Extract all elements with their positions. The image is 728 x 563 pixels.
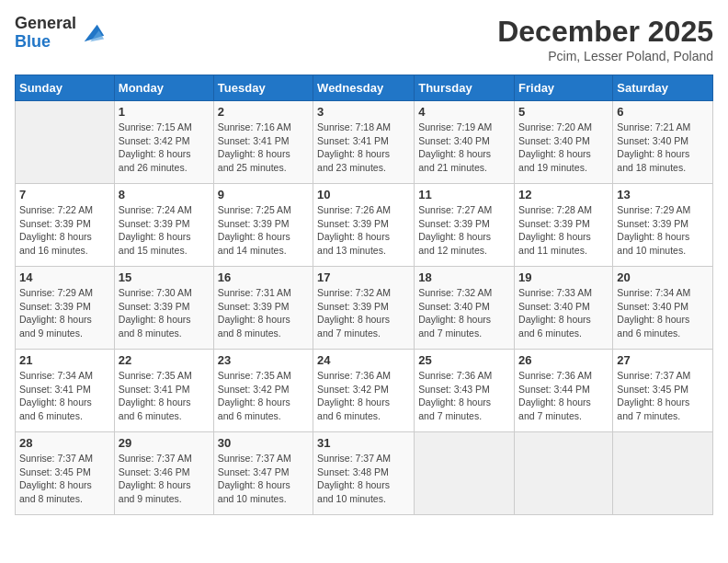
calendar-cell: 8Sunrise: 7:24 AM Sunset: 3:39 PM Daylig… [114, 184, 213, 267]
month-title: December 2025 [497, 15, 713, 49]
day-info: Sunrise: 7:27 AM Sunset: 3:39 PM Dayligh… [418, 203, 510, 258]
day-number: 21 [19, 353, 110, 367]
calendar-cell: 25Sunrise: 7:36 AM Sunset: 3:43 PM Dayli… [415, 350, 515, 432]
day-number: 20 [617, 270, 709, 284]
day-of-week-header: Saturday [613, 75, 713, 101]
day-info: Sunrise: 7:22 AM Sunset: 3:39 PM Dayligh… [19, 203, 110, 258]
day-info: Sunrise: 7:36 AM Sunset: 3:44 PM Dayligh… [518, 369, 609, 423]
logo: General Blue [15, 15, 106, 52]
day-of-week-header: Tuesday [213, 75, 313, 101]
day-info: Sunrise: 7:15 AM Sunset: 3:42 PM Dayligh… [119, 121, 210, 175]
day-info: Sunrise: 7:32 AM Sunset: 3:39 PM Dayligh… [317, 286, 410, 340]
calendar-cell: 9Sunrise: 7:25 AM Sunset: 3:39 PM Daylig… [213, 184, 313, 267]
day-info: Sunrise: 7:16 AM Sunset: 3:41 PM Dayligh… [218, 121, 309, 175]
calendar-week-row: 14Sunrise: 7:29 AM Sunset: 3:39 PM Dayli… [16, 267, 713, 350]
day-of-week-header: Monday [114, 75, 213, 101]
calendar-cell: 18Sunrise: 7:32 AM Sunset: 3:40 PM Dayli… [415, 267, 515, 350]
day-number: 5 [518, 105, 609, 119]
day-number: 9 [218, 188, 309, 201]
day-info: Sunrise: 7:31 AM Sunset: 3:39 PM Dayligh… [218, 286, 309, 340]
day-number: 19 [518, 270, 609, 284]
day-number: 4 [418, 105, 510, 119]
page-header: General Blue December 2025 Pcim, Lesser … [15, 15, 713, 63]
calendar-cell: 20Sunrise: 7:34 AM Sunset: 3:40 PM Dayli… [613, 267, 713, 350]
calendar-cell [16, 101, 115, 184]
calendar-cell: 7Sunrise: 7:22 AM Sunset: 3:39 PM Daylig… [16, 184, 115, 267]
calendar-cell [613, 432, 713, 515]
calendar-cell: 4Sunrise: 7:19 AM Sunset: 3:40 PM Daylig… [415, 101, 515, 184]
day-number: 18 [418, 270, 510, 284]
calendar-week-row: 1Sunrise: 7:15 AM Sunset: 3:42 PM Daylig… [16, 101, 713, 184]
day-number: 29 [119, 436, 210, 450]
day-info: Sunrise: 7:37 AM Sunset: 3:45 PM Dayligh… [617, 369, 709, 423]
calendar-cell: 28Sunrise: 7:37 AM Sunset: 3:45 PM Dayli… [16, 432, 115, 515]
day-number: 16 [218, 270, 309, 284]
calendar-cell: 5Sunrise: 7:20 AM Sunset: 3:40 PM Daylig… [515, 101, 613, 184]
day-number: 28 [19, 436, 110, 450]
calendar-cell: 23Sunrise: 7:35 AM Sunset: 3:42 PM Dayli… [213, 350, 313, 432]
day-info: Sunrise: 7:34 AM Sunset: 3:41 PM Dayligh… [19, 369, 110, 423]
day-info: Sunrise: 7:29 AM Sunset: 3:39 PM Dayligh… [617, 203, 709, 258]
day-info: Sunrise: 7:37 AM Sunset: 3:48 PM Dayligh… [317, 452, 410, 506]
logo-general-text: General [15, 15, 76, 33]
day-info: Sunrise: 7:35 AM Sunset: 3:41 PM Dayligh… [119, 369, 210, 423]
calendar-cell: 13Sunrise: 7:29 AM Sunset: 3:39 PM Dayli… [613, 184, 713, 267]
day-info: Sunrise: 7:37 AM Sunset: 3:46 PM Dayligh… [119, 452, 210, 506]
logo-icon [80, 20, 106, 46]
day-info: Sunrise: 7:18 AM Sunset: 3:41 PM Dayligh… [317, 121, 410, 175]
calendar-cell: 1Sunrise: 7:15 AM Sunset: 3:42 PM Daylig… [114, 101, 213, 184]
calendar-week-row: 28Sunrise: 7:37 AM Sunset: 3:45 PM Dayli… [16, 432, 713, 515]
day-info: Sunrise: 7:36 AM Sunset: 3:42 PM Dayligh… [317, 369, 410, 423]
day-number: 14 [19, 270, 110, 284]
day-number: 15 [119, 270, 210, 284]
day-info: Sunrise: 7:32 AM Sunset: 3:40 PM Dayligh… [418, 286, 510, 340]
calendar-cell: 3Sunrise: 7:18 AM Sunset: 3:41 PM Daylig… [313, 101, 415, 184]
calendar-cell: 16Sunrise: 7:31 AM Sunset: 3:39 PM Dayli… [213, 267, 313, 350]
day-number: 22 [119, 353, 210, 367]
day-info: Sunrise: 7:29 AM Sunset: 3:39 PM Dayligh… [19, 286, 110, 340]
day-number: 24 [317, 353, 410, 367]
day-info: Sunrise: 7:30 AM Sunset: 3:39 PM Dayligh… [119, 286, 210, 340]
calendar-cell: 17Sunrise: 7:32 AM Sunset: 3:39 PM Dayli… [313, 267, 415, 350]
day-of-week-header: Wednesday [313, 75, 415, 101]
day-number: 3 [317, 105, 410, 119]
calendar-cell: 26Sunrise: 7:36 AM Sunset: 3:44 PM Dayli… [515, 350, 613, 432]
day-number: 7 [19, 188, 110, 201]
day-number: 30 [218, 436, 309, 450]
calendar-cell: 15Sunrise: 7:30 AM Sunset: 3:39 PM Dayli… [114, 267, 213, 350]
day-number: 6 [617, 105, 709, 119]
calendar-cell: 24Sunrise: 7:36 AM Sunset: 3:42 PM Dayli… [313, 350, 415, 432]
calendar-cell: 29Sunrise: 7:37 AM Sunset: 3:46 PM Dayli… [114, 432, 213, 515]
day-info: Sunrise: 7:19 AM Sunset: 3:40 PM Dayligh… [418, 121, 510, 175]
day-number: 26 [518, 353, 609, 367]
day-number: 27 [617, 353, 709, 367]
day-number: 13 [617, 188, 709, 201]
day-info: Sunrise: 7:34 AM Sunset: 3:40 PM Dayligh… [617, 286, 709, 340]
calendar-cell: 21Sunrise: 7:34 AM Sunset: 3:41 PM Dayli… [16, 350, 115, 432]
day-number: 10 [317, 188, 410, 201]
day-info: Sunrise: 7:33 AM Sunset: 3:40 PM Dayligh… [518, 286, 609, 340]
day-info: Sunrise: 7:37 AM Sunset: 3:45 PM Dayligh… [19, 452, 110, 506]
calendar-cell [415, 432, 515, 515]
day-of-week-header: Thursday [415, 75, 515, 101]
day-info: Sunrise: 7:20 AM Sunset: 3:40 PM Dayligh… [518, 121, 609, 175]
day-info: Sunrise: 7:24 AM Sunset: 3:39 PM Dayligh… [119, 203, 210, 258]
calendar-cell: 10Sunrise: 7:26 AM Sunset: 3:39 PM Dayli… [313, 184, 415, 267]
calendar-cell: 31Sunrise: 7:37 AM Sunset: 3:48 PM Dayli… [313, 432, 415, 515]
calendar-header-row: SundayMondayTuesdayWednesdayThursdayFrid… [16, 75, 713, 101]
day-info: Sunrise: 7:28 AM Sunset: 3:39 PM Dayligh… [518, 203, 609, 258]
calendar-week-row: 7Sunrise: 7:22 AM Sunset: 3:39 PM Daylig… [16, 184, 713, 267]
logo-blue-text: Blue [15, 33, 76, 52]
day-number: 12 [518, 188, 609, 201]
day-info: Sunrise: 7:35 AM Sunset: 3:42 PM Dayligh… [218, 369, 309, 423]
day-number: 11 [418, 188, 510, 201]
day-number: 31 [317, 436, 410, 450]
day-of-week-header: Friday [515, 75, 613, 101]
day-info: Sunrise: 7:26 AM Sunset: 3:39 PM Dayligh… [317, 203, 410, 258]
day-number: 17 [317, 270, 410, 284]
day-number: 2 [218, 105, 309, 119]
day-info: Sunrise: 7:25 AM Sunset: 3:39 PM Dayligh… [218, 203, 309, 258]
location: Pcim, Lesser Poland, Poland [497, 49, 713, 63]
calendar-cell: 6Sunrise: 7:21 AM Sunset: 3:40 PM Daylig… [613, 101, 713, 184]
calendar-cell: 30Sunrise: 7:37 AM Sunset: 3:47 PM Dayli… [213, 432, 313, 515]
